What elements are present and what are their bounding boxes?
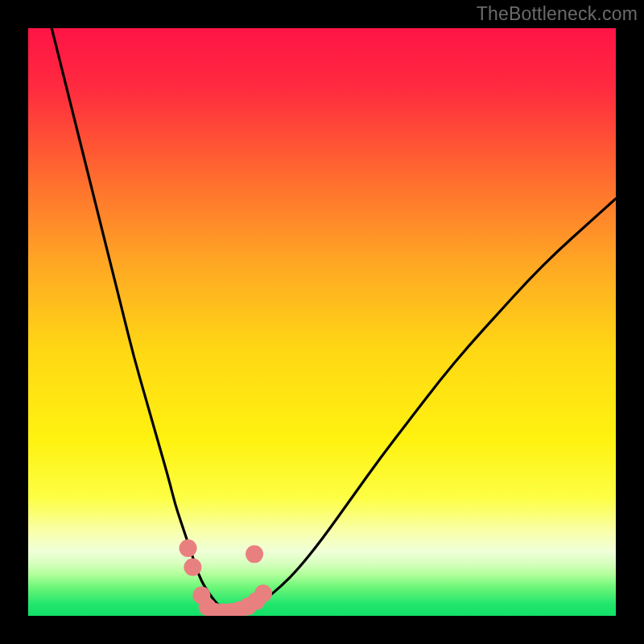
curve-marker	[254, 584, 272, 602]
curve-marker	[184, 558, 201, 576]
plot-area	[28, 28, 616, 616]
chart-frame: TheBottleneck.com	[0, 0, 644, 644]
curve-marker	[246, 545, 263, 563]
gradient-background	[28, 28, 616, 616]
curve-marker	[180, 539, 197, 557]
watermark-text: TheBottleneck.com	[477, 3, 638, 25]
chart-svg	[28, 28, 616, 616]
